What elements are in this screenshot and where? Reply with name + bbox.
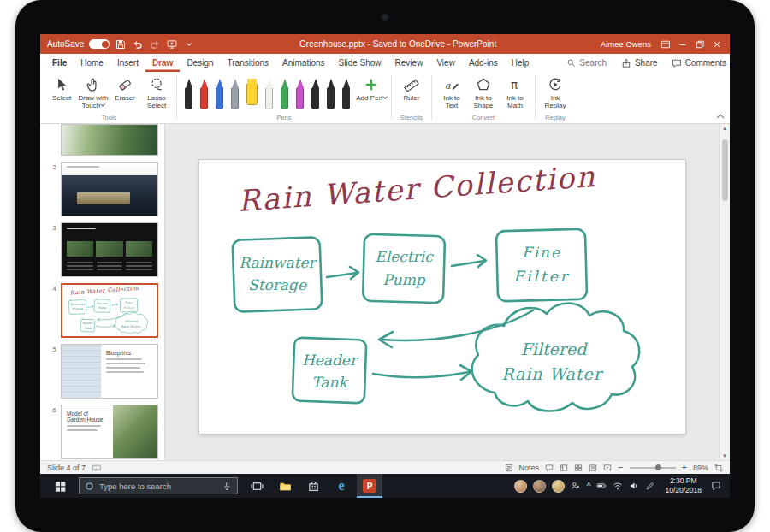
slide-sorter-view-icon[interactable]	[574, 464, 583, 472]
reading-view-icon[interactable]	[589, 464, 597, 472]
notes-toggle[interactable]: Notes	[519, 464, 540, 472]
convert-group: a Ink to Text Ink to Shape π Ink to Math…	[432, 72, 535, 123]
microsoft-store-button[interactable]	[300, 474, 326, 498]
battery-icon[interactable]	[596, 481, 607, 491]
people-icon[interactable]	[571, 481, 581, 491]
save-icon[interactable]	[115, 38, 127, 50]
zoom-out-button[interactable]: −	[618, 463, 623, 472]
scroll-down-icon[interactable]: ▼	[722, 452, 727, 460]
ink-to-text-button[interactable]: a Ink to Text	[436, 74, 467, 109]
volume-icon[interactable]	[629, 481, 639, 491]
edge-button[interactable]: e	[329, 474, 354, 498]
tab-design[interactable]: Design	[180, 54, 220, 72]
lasso-select-button[interactable]: Lasso Select	[141, 74, 172, 109]
redo-icon[interactable]	[149, 38, 161, 50]
search-box[interactable]: Search	[566, 54, 607, 72]
blue-pen[interactable]	[216, 79, 223, 109]
ink-to-math-button[interactable]: π Ink to Math	[500, 74, 530, 109]
file-explorer-button[interactable]	[272, 474, 298, 498]
black-art-pen[interactable]	[342, 79, 350, 109]
zoom-slider-knob[interactable]	[655, 464, 661, 470]
vertical-scrollbar[interactable]: ▲ ▼	[719, 124, 730, 460]
tab-transitions[interactable]: Transitions	[221, 54, 276, 72]
windows-logo-icon	[54, 480, 67, 493]
quick-access-caret-icon[interactable]	[183, 38, 195, 50]
greenhouse-photo	[113, 405, 157, 458]
current-slide[interactable]	[199, 160, 685, 434]
normal-view-icon[interactable]	[560, 464, 568, 472]
select-icon	[54, 77, 69, 92]
tab-home[interactable]: Home	[74, 54, 110, 72]
ruler-button[interactable]: Ruler	[396, 74, 427, 102]
zoom-percent[interactable]: 89%	[693, 464, 708, 472]
slide-thumbnail[interactable]	[61, 124, 158, 156]
contact-avatar[interactable]	[552, 480, 565, 493]
slide-thumbnail-current[interactable]	[61, 283, 158, 338]
wifi-icon[interactable]	[613, 481, 623, 491]
comments-button[interactable]: Comments	[672, 58, 726, 68]
thumbnail-images	[67, 241, 152, 257]
draw-with-touch-button[interactable]: Draw with Touch	[78, 74, 109, 109]
ink-to-shape-button[interactable]: Ink to Shape	[468, 74, 499, 109]
start-slideshow-icon[interactable]	[166, 38, 178, 50]
tab-slide-show[interactable]: Slide Show	[332, 54, 388, 72]
clock[interactable]: 2:30 PM 10/20/2018	[661, 476, 705, 494]
zoom-slider[interactable]	[630, 467, 676, 469]
task-view-button[interactable]	[244, 474, 270, 498]
tray-time: 2:30 PM	[665, 476, 702, 486]
powerpoint-taskbar-button[interactable]: P	[357, 474, 382, 498]
ribbon-display-options-icon[interactable]	[660, 38, 672, 50]
eraser-button[interactable]: Eraser	[110, 74, 140, 102]
red-pen[interactable]	[200, 79, 208, 109]
contact-avatar[interactable]	[514, 480, 527, 493]
blueprint-image	[62, 345, 101, 398]
share-button[interactable]: Share	[621, 58, 658, 68]
tab-view[interactable]: View	[429, 54, 462, 72]
select-button[interactable]: Select	[46, 74, 77, 102]
white-pen[interactable]	[265, 79, 273, 109]
tab-file[interactable]: File	[45, 54, 74, 72]
action-center-icon[interactable]	[711, 481, 721, 491]
hidden-icons-caret[interactable]: ^	[587, 482, 591, 491]
tab-review[interactable]: Review	[388, 54, 430, 72]
undo-icon[interactable]	[132, 38, 144, 50]
slide-thumbnail[interactable]: Model of Garden House	[61, 405, 158, 459]
yellow-highlighter[interactable]	[246, 79, 258, 105]
contact-avatar[interactable]	[533, 480, 546, 493]
green-pen[interactable]	[281, 79, 288, 109]
minimize-icon[interactable]	[677, 38, 689, 50]
autosave-label: AutoSave	[47, 39, 84, 49]
thumbnail-row-1	[40, 124, 161, 156]
ink-replay-button[interactable]: Ink Replay	[540, 74, 571, 109]
slide-thumbnail[interactable]: Blueprints	[61, 344, 158, 399]
close-icon[interactable]	[711, 38, 723, 50]
tab-insert[interactable]: Insert	[110, 54, 145, 72]
silver-pen[interactable]	[231, 79, 239, 109]
black-pen-3[interactable]	[327, 79, 335, 109]
add-pen-button[interactable]: Add Pen	[356, 74, 387, 102]
scrollbar-thumb[interactable]	[722, 139, 728, 201]
slideshow-view-icon[interactable]	[603, 464, 612, 472]
magenta-pen[interactable]	[296, 79, 304, 109]
slide-thumbnail[interactable]	[61, 222, 158, 277]
tab-animations[interactable]: Animations	[275, 54, 331, 72]
zoom-in-button[interactable]: +	[682, 463, 687, 472]
ink-to-math-icon: π	[507, 77, 523, 92]
slide-thumbnail[interactable]	[61, 162, 158, 216]
tab-add-ins[interactable]: Add-ins	[462, 54, 505, 72]
collapse-ribbon-icon[interactable]	[716, 113, 725, 120]
tab-draw[interactable]: Draw	[145, 54, 180, 72]
black-pen-2[interactable]	[311, 79, 319, 109]
status-comments-icon[interactable]	[545, 464, 554, 472]
black-pen[interactable]	[185, 79, 192, 109]
scroll-up-icon[interactable]: ▲	[722, 124, 727, 133]
tab-help[interactable]: Help	[505, 54, 536, 72]
autosave-toggle[interactable]	[89, 39, 110, 49]
start-button[interactable]	[47, 474, 73, 498]
fit-to-window-icon[interactable]	[714, 464, 723, 472]
taskbar-search-input[interactable]: Type here to search	[79, 477, 238, 494]
pen-tray-icon[interactable]	[645, 481, 655, 491]
restore-icon[interactable]	[694, 38, 706, 50]
ink-to-math-label: Ink to Math	[500, 94, 530, 109]
microphone-icon[interactable]	[222, 482, 232, 491]
